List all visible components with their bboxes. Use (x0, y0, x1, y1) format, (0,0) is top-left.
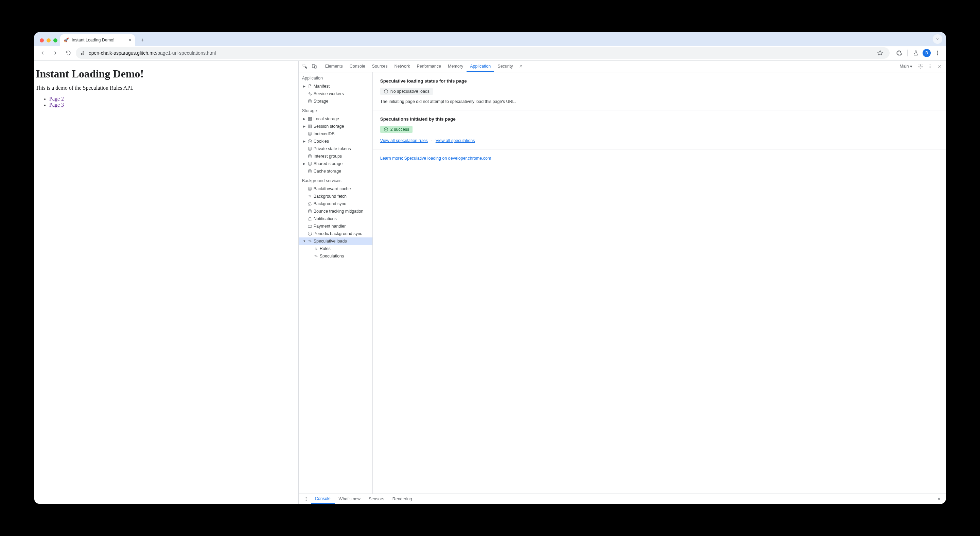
sidebar-item[interactable]: Cache storage (299, 167, 372, 175)
sidebar-item-label: Cookies (313, 139, 329, 144)
address-bar[interactable]: open-chalk-asparagus.glitch.me/page1-url… (76, 47, 889, 59)
devtools-tab-sources[interactable]: Sources (369, 61, 391, 72)
sidebar-item[interactable]: Payment handler (299, 223, 372, 230)
devtools-tab-network[interactable]: Network (391, 61, 414, 72)
db-icon (307, 161, 313, 167)
svg-point-2 (937, 54, 938, 55)
page-link[interactable]: Page 2 (49, 96, 64, 102)
drawer-tab-rendering[interactable]: Rendering (388, 494, 416, 504)
application-main-panel: Speculative loading status for this page… (373, 72, 946, 494)
learn-more-link[interactable]: Learn more: Speculative loading on devel… (380, 156, 492, 161)
sidebar-item[interactable]: IndexedDB (299, 130, 372, 138)
forward-button[interactable] (50, 48, 61, 59)
drawer-more-icon[interactable] (301, 494, 311, 504)
db-icon (307, 131, 313, 137)
arrow-right-icon: ▶ (303, 117, 306, 121)
devtools-more-icon[interactable] (925, 62, 935, 71)
sidebar-item[interactable]: Bounce tracking mitigation (299, 208, 372, 215)
sidebar-item[interactable]: Periodic background sync (299, 230, 372, 237)
drawer-tab-whatsnew[interactable]: What's new (335, 494, 364, 504)
browser-tab[interactable]: 🚀 Instant Loading Demo! × (60, 34, 135, 46)
drawer-tab-console[interactable]: Console (311, 494, 335, 504)
sidebar-item-label: Local storage (313, 116, 339, 121)
sidebar-item[interactable]: Storage (299, 97, 372, 105)
db-icon (307, 99, 313, 104)
devtools-tab-performance[interactable]: Performance (413, 61, 444, 72)
devtools-tab-application[interactable]: Application (466, 61, 494, 72)
target-selector[interactable]: Main ▾ (896, 64, 916, 69)
svg-point-18 (309, 142, 310, 142)
close-window-button[interactable] (40, 38, 44, 43)
more-tabs-icon[interactable] (516, 62, 526, 71)
sidebar-item[interactable]: Back/forward cache (299, 185, 372, 192)
labs-flask-icon[interactable] (910, 48, 921, 59)
sidebar-item-label: Bounce tracking mitigation (313, 209, 364, 214)
sidebar-item[interactable]: Interest groups (299, 153, 372, 160)
overflow-menu-icon[interactable] (932, 48, 943, 59)
back-button[interactable] (37, 48, 48, 59)
extensions-icon[interactable] (894, 48, 905, 59)
devtools-tab-security[interactable]: Security (494, 61, 516, 72)
devtools-settings-icon[interactable] (916, 62, 925, 71)
status-badge: No speculative loads (380, 87, 433, 95)
sidebar-item[interactable]: Background fetch (299, 192, 372, 200)
devtools-tab-elements[interactable]: Elements (322, 61, 346, 72)
page-heading: Instant Loading Demo! (34, 68, 298, 80)
svg-point-29 (306, 497, 307, 498)
svg-rect-13 (308, 125, 311, 128)
tab-title: Instant Loading Demo! (72, 38, 115, 43)
page-link[interactable]: Page 3 (49, 102, 64, 108)
bookmark-star-icon[interactable] (875, 48, 886, 59)
application-sidebar: Application▶ManifestService workersStora… (299, 72, 373, 494)
reload-button[interactable] (63, 48, 74, 59)
device-toggle-icon[interactable] (310, 62, 319, 71)
arrow-right-icon: ▶ (303, 84, 306, 88)
devtools-tab-console[interactable]: Console (346, 61, 369, 72)
svg-point-23 (309, 187, 311, 188)
sync-icon (307, 201, 313, 207)
db-icon (307, 208, 313, 214)
sidebar-item[interactable]: Notifications (299, 215, 372, 223)
sidebar-item-label: Payment handler (313, 224, 346, 229)
arrow-right-icon: ▶ (303, 162, 306, 165)
sidebar-item[interactable]: ▼Speculative loads (299, 237, 372, 245)
sidebar-item[interactable]: Private state tokens (299, 145, 372, 153)
new-tab-button[interactable]: + (138, 35, 147, 45)
sidebar-item-label: Periodic background sync (313, 231, 362, 236)
sidebar-item[interactable]: Rules (299, 245, 372, 252)
sidebar-item[interactable]: ▶Shared storage (299, 160, 372, 167)
arrow-right-icon: ▶ (303, 125, 306, 128)
close-tab-icon[interactable]: × (129, 37, 132, 43)
updn-icon (313, 253, 319, 259)
sidebar-item-label: Background sync (313, 201, 346, 206)
separator-dot: · (431, 138, 432, 143)
gears-icon (307, 91, 313, 97)
sidebar-item[interactable]: Service workers (299, 90, 372, 97)
profile-avatar[interactable]: B (923, 49, 931, 57)
maximize-window-button[interactable] (53, 38, 57, 43)
tab-dropdown-button[interactable] (933, 34, 942, 44)
devtools-tab-memory[interactable]: Memory (444, 61, 466, 72)
drawer-tab-sensors[interactable]: Sensors (364, 494, 388, 504)
drawer-close-icon[interactable]: × (935, 496, 943, 501)
sidebar-item[interactable]: ▶Session storage (299, 122, 372, 130)
initiated-heading: Speculations initiated by this page (380, 116, 938, 122)
svg-point-30 (306, 499, 307, 499)
db-icon (307, 154, 313, 159)
sidebar-item[interactable]: ▶Local storage (299, 115, 372, 122)
view-speculations-link[interactable]: View all speculations (436, 138, 475, 143)
view-rules-link[interactable]: View all speculation rules (380, 138, 428, 143)
svg-point-16 (309, 141, 309, 141)
minimize-window-button[interactable] (46, 38, 51, 43)
sidebar-item-label: Background fetch (313, 194, 347, 199)
toolbar-divider (907, 49, 908, 56)
sidebar-item[interactable]: Speculations (299, 252, 372, 260)
sidebar-item-label: Session storage (313, 124, 344, 129)
sidebar-item[interactable]: Background sync (299, 200, 372, 208)
sidebar-item[interactable]: ▶Manifest (299, 83, 372, 90)
sidebar-item[interactable]: ▶Cookies (299, 138, 372, 145)
inspect-element-icon[interactable] (300, 62, 310, 71)
svg-point-28 (384, 127, 388, 131)
sidebar-item-label: Shared storage (313, 161, 342, 166)
devtools-close-icon[interactable] (935, 62, 944, 71)
